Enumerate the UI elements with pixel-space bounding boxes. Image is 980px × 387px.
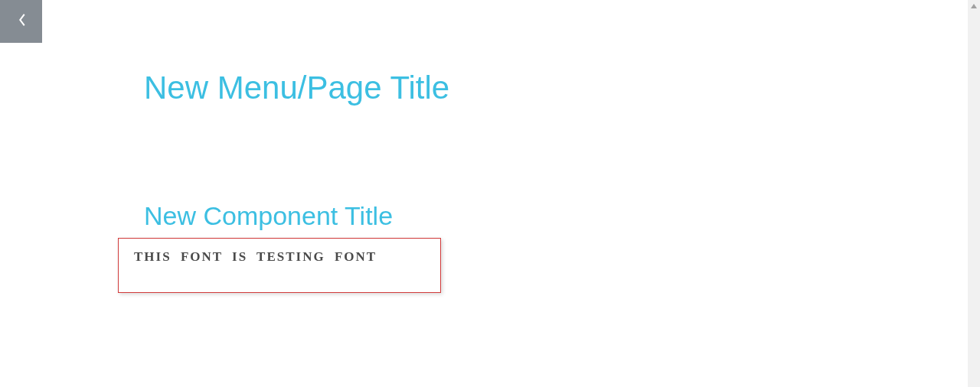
- font-test-box: THIS FONT IS TESTING FONT: [118, 238, 441, 293]
- page-title: New Menu/Page Title: [144, 69, 980, 107]
- chevron-left-icon: [18, 14, 25, 29]
- component-title: New Component Title: [144, 200, 980, 232]
- font-test-text: THIS FONT IS TESTING FONT: [134, 249, 425, 265]
- scrollbar[interactable]: [968, 0, 980, 387]
- back-button[interactable]: [0, 0, 42, 43]
- content-area: New Menu/Page Title New Component Title …: [0, 0, 980, 293]
- scrollbar-up-arrow-icon[interactable]: [968, 0, 980, 12]
